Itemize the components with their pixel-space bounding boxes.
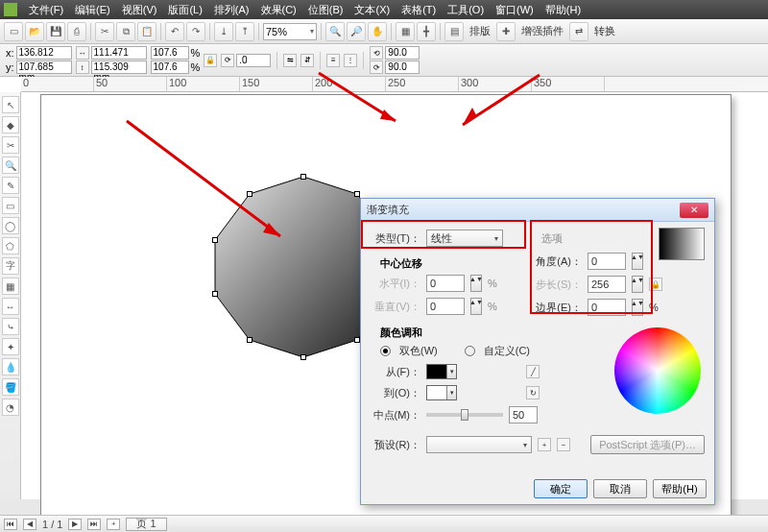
dialog-titlebar[interactable]: 渐变填充 ✕ — [361, 199, 714, 222]
color-wheel[interactable] — [614, 327, 701, 414]
hand-icon[interactable]: ✋ — [368, 22, 387, 41]
menu-edit[interactable]: 编辑(E) — [69, 3, 116, 17]
rectangle-tool-icon[interactable]: ▭ — [2, 197, 19, 214]
add-page-icon[interactable]: + — [107, 519, 120, 530]
paste-icon[interactable]: 📋 — [137, 22, 156, 41]
print-icon[interactable]: ⎙ — [67, 22, 86, 41]
dimension-tool-icon[interactable]: ↔ — [2, 298, 19, 315]
horiz-spin[interactable]: ▲▼ — [470, 275, 482, 292]
menu-bitmap[interactable]: 位图(B) — [302, 3, 349, 17]
table-tool-icon[interactable]: ▦ — [2, 278, 19, 295]
rot-input[interactable]: .0 — [236, 54, 271, 67]
grid-icon[interactable]: ▦ — [396, 22, 415, 41]
connector-tool-icon[interactable]: ⤷ — [2, 318, 19, 335]
vert-label: 垂直(V)： — [371, 300, 420, 314]
annotation-arrow-3 — [444, 65, 559, 142]
text-tool-icon[interactable]: 字 — [2, 257, 19, 275]
ok-button[interactable]: 确定 — [534, 479, 588, 498]
y-input[interactable]: 107.685 mm — [16, 60, 72, 74]
angle-spin[interactable]: ▲▼ — [632, 253, 643, 270]
angle-input[interactable]: 0 — [588, 253, 626, 270]
mid-input[interactable]: 50 — [509, 406, 538, 423]
lock-ratio-icon[interactable]: 🔒 — [204, 54, 217, 67]
menu-arrange[interactable]: 排列(A) — [208, 3, 255, 17]
guides-icon[interactable]: ╋ — [417, 22, 436, 41]
ellipse-tool-icon[interactable]: ◯ — [2, 217, 19, 234]
open-icon[interactable]: 📂 — [25, 22, 44, 41]
redo-icon[interactable]: ↷ — [186, 22, 205, 41]
sx-input[interactable]: 107.6 — [151, 46, 189, 60]
edge-spin[interactable]: ▲▼ — [632, 299, 643, 316]
menu-tools[interactable]: 工具(O) — [442, 3, 490, 17]
postscript-button[interactable]: PostScript 选项(P)… — [590, 435, 705, 454]
zoom-tool-icon[interactable]: 🔍 — [2, 157, 19, 174]
menu-window[interactable]: 窗口(W) — [490, 3, 540, 17]
pick-tool-icon[interactable]: ↖ — [2, 96, 19, 113]
next-page-icon[interactable]: ▶ — [68, 519, 82, 530]
prev-page-icon[interactable]: ◀ — [23, 519, 36, 530]
step-label: 步长(S)： — [532, 278, 582, 292]
freehand-tool-icon[interactable]: ✎ — [2, 177, 19, 194]
w-input[interactable]: 111.471 mm — [91, 46, 147, 60]
save-icon[interactable]: 💾 — [46, 22, 65, 41]
two-color-radio[interactable] — [380, 346, 391, 356]
annotation-arrow-1 — [117, 111, 309, 265]
path-straight-icon[interactable]: ╱ — [526, 365, 540, 378]
shape-tool-icon[interactable]: ◆ — [2, 116, 19, 133]
edge-input[interactable]: 0 — [588, 299, 626, 316]
step-input[interactable]: 256 — [588, 276, 626, 293]
undo-icon[interactable]: ↶ — [165, 22, 184, 41]
vert-spin[interactable]: ▲▼ — [470, 298, 482, 315]
close-icon[interactable]: ✕ — [680, 203, 708, 218]
step-spin[interactable]: ▲▼ — [632, 276, 643, 293]
type-select[interactable]: 线性 — [426, 230, 503, 247]
path-cw-icon[interactable]: ↻ — [526, 386, 540, 399]
zoom-in-icon[interactable]: 🔍 — [325, 22, 345, 41]
first-page-icon[interactable]: ⏮ — [4, 519, 17, 530]
cut-icon[interactable]: ✂ — [95, 22, 114, 41]
effects-tool-icon[interactable]: ✦ — [2, 338, 19, 355]
rotate-icon: ⟳ — [221, 54, 234, 67]
layout-icon[interactable]: ▤ — [444, 22, 464, 41]
horiz-input[interactable]: 0 — [426, 275, 465, 292]
eyedropper-tool-icon[interactable]: 💧 — [2, 358, 19, 375]
zoom-select[interactable]: 75% — [263, 23, 317, 40]
vert-input[interactable]: 0 — [426, 298, 465, 315]
menu-view[interactable]: 视图(V) — [116, 3, 163, 17]
preset-remove-icon[interactable]: − — [557, 438, 570, 451]
preset-select[interactable] — [426, 436, 532, 453]
page-tab[interactable]: 页 1 — [126, 518, 166, 531]
to-color[interactable]: ▾ — [426, 385, 457, 400]
custom-radio[interactable] — [465, 346, 475, 356]
step-lock-icon[interactable]: 🔒 — [649, 278, 662, 291]
copy-icon[interactable]: ⧉ — [116, 22, 135, 41]
from-color[interactable]: ▾ — [426, 364, 457, 379]
menu-file[interactable]: 文件(F) — [23, 3, 69, 17]
polygon-tool-icon[interactable]: ⬠ — [2, 237, 19, 254]
enhance-icon[interactable]: ✚ — [496, 22, 516, 41]
menu-help[interactable]: 帮助(H) — [540, 3, 587, 17]
sy-input[interactable]: 107.6 — [151, 60, 189, 74]
svg-marker-6 — [463, 108, 476, 125]
preset-add-icon[interactable]: + — [538, 438, 551, 451]
midpoint-slider[interactable] — [426, 413, 503, 417]
fill-tool-icon[interactable]: 🪣 — [2, 378, 19, 396]
x-input[interactable]: 136.812 mm — [16, 46, 72, 60]
outline-tool-icon[interactable]: ◔ — [2, 399, 19, 416]
zoom-out-icon[interactable]: 🔎 — [347, 22, 366, 41]
crop-tool-icon[interactable]: ✂ — [2, 136, 19, 154]
angle1-input[interactable]: 90.0 — [385, 46, 420, 60]
help-button[interactable]: 帮助(H) — [653, 479, 707, 498]
menu-table[interactable]: 表格(T) — [396, 3, 442, 17]
menu-layout[interactable]: 版面(L) — [162, 3, 207, 17]
last-page-icon[interactable]: ⏭ — [87, 519, 101, 530]
h-input[interactable]: 115.309 mm — [91, 60, 147, 74]
export-icon[interactable]: ⤒ — [235, 22, 254, 41]
mirror-h-icon[interactable]: ⇋ — [283, 54, 297, 67]
menu-text[interactable]: 文本(X) — [348, 3, 396, 17]
import-icon[interactable]: ⤓ — [214, 22, 233, 41]
cancel-button[interactable]: 取消 — [593, 479, 647, 498]
menu-effects[interactable]: 效果(C) — [255, 3, 302, 17]
new-icon[interactable]: ▭ — [4, 22, 23, 41]
convert-icon[interactable]: ⇄ — [569, 22, 588, 41]
